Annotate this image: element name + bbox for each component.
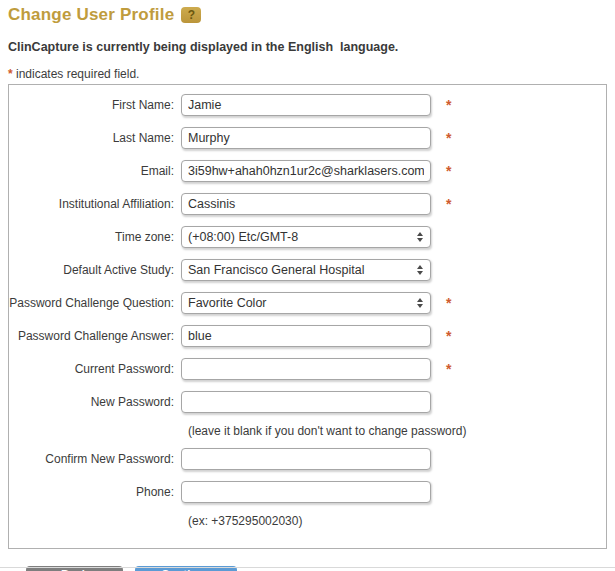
profile-form: First Name: * Last Name: * Email: * Inst…: [8, 84, 607, 549]
password-challenge-answer-label: Password Challenge Answer:: [9, 329, 181, 343]
change-user-profile-page: Change User Profile ? ClinCapture is cur…: [0, 0, 615, 571]
institutional-affiliation-label: Institutional Affiliation:: [9, 197, 181, 211]
default-active-study-label: Default Active Study:: [9, 263, 181, 277]
new-password-field[interactable]: [181, 391, 431, 413]
form-row-institutional-affiliation: Institutional Affiliation: *: [9, 193, 606, 215]
time-zone-label: Time zone:: [9, 230, 181, 244]
help-icon[interactable]: ?: [181, 7, 201, 23]
password-challenge-question-select[interactable]: Favorite Color: [181, 292, 431, 314]
required-asterisk: *: [446, 127, 451, 149]
select-stepper-icon: [417, 298, 425, 308]
page-header: Change User Profile ? ClinCapture is cur…: [0, 0, 615, 81]
form-row-first-name: First Name: *: [9, 94, 606, 116]
new-password-label: New Password:: [9, 395, 181, 409]
form-row-last-name: Last Name: *: [9, 127, 606, 149]
form-row-phone: Phone:: [9, 481, 606, 503]
form-row-password-challenge-answer: Password Challenge Answer: *: [9, 325, 606, 347]
email-label: Email:: [9, 164, 181, 178]
form-row-password-challenge-question: Password Challenge Question: Favorite Co…: [9, 292, 606, 314]
required-asterisk: *: [446, 292, 451, 314]
phone-field[interactable]: [181, 481, 431, 503]
default-active-study-select[interactable]: San Francisco General Hospital: [181, 259, 431, 281]
bottom-divider: [0, 567, 615, 568]
first-name-field[interactable]: [181, 94, 431, 116]
default-active-study-selected-value: San Francisco General Hospital: [188, 263, 364, 277]
email-field[interactable]: [181, 160, 431, 182]
select-stepper-icon: [417, 232, 425, 242]
page-title: Change User Profile: [8, 5, 174, 25]
password-challenge-answer-field[interactable]: [181, 325, 431, 347]
time-zone-selected-value: (+08:00) Etc/GMT-8: [188, 230, 298, 244]
phone-hint: (ex: +375295002030): [9, 514, 606, 528]
last-name-field[interactable]: [181, 127, 431, 149]
form-row-confirm-new-password: Confirm New Password:: [9, 448, 606, 470]
form-row-email: Email: *: [9, 160, 606, 182]
password-challenge-question-selected-value: Favorite Color: [188, 296, 267, 310]
confirm-new-password-label: Confirm New Password:: [9, 452, 181, 466]
required-asterisk: *: [446, 160, 451, 182]
language-notice: ClinCapture is currently being displayed…: [8, 40, 607, 54]
form-row-default-active-study: Default Active Study: San Francisco Gene…: [9, 259, 606, 281]
required-field-note: * indicates required field.: [8, 67, 607, 81]
current-password-label: Current Password:: [9, 362, 181, 376]
first-name-label: First Name:: [9, 98, 181, 112]
required-asterisk: *: [446, 325, 451, 347]
required-note-text: indicates required field.: [13, 67, 140, 81]
select-stepper-icon: [417, 265, 425, 275]
password-hint: (leave it blank if you don't want to cha…: [9, 424, 606, 438]
current-password-field[interactable]: [181, 358, 431, 380]
form-row-time-zone: Time zone: (+08:00) Etc/GMT-8: [9, 226, 606, 248]
form-row-current-password: Current Password: *: [9, 358, 606, 380]
required-asterisk: *: [446, 193, 451, 215]
last-name-label: Last Name:: [9, 131, 181, 145]
phone-label: Phone:: [9, 485, 181, 499]
required-asterisk: *: [446, 94, 451, 116]
form-row-new-password: New Password:: [9, 391, 606, 413]
time-zone-select[interactable]: (+08:00) Etc/GMT-8: [181, 226, 431, 248]
required-asterisk: *: [446, 358, 451, 380]
password-challenge-question-label: Password Challenge Question:: [9, 296, 181, 310]
confirm-new-password-field[interactable]: [181, 448, 431, 470]
institutional-affiliation-field[interactable]: [181, 193, 431, 215]
